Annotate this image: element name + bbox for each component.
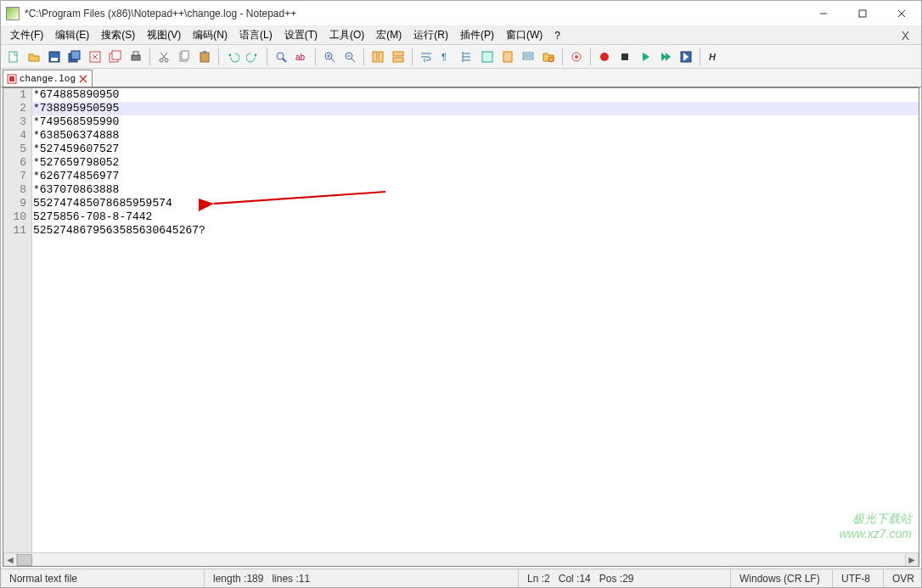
menu-l-5[interactable]: 语言(L) [233, 26, 278, 44]
toolbar-separator [363, 48, 364, 65]
menu-n-4[interactable]: 编码(N) [187, 26, 233, 44]
minimize-button[interactable] [804, 1, 843, 26]
toolbar-close-all-button[interactable] [106, 48, 125, 66]
svg-text:¶: ¶ [441, 52, 447, 62]
toolbar-separator [315, 48, 316, 65]
replace-icon: ab [295, 50, 308, 64]
lang-style-icon [481, 50, 494, 64]
svg-rect-43 [482, 52, 492, 62]
code-line[interactable]: *749568595990 [32, 115, 919, 129]
tab-change-log[interactable]: change.log [3, 70, 93, 87]
status-eol[interactable]: Windows (CR LF) [731, 569, 833, 587]
toolbar-stop-button[interactable] [616, 48, 634, 66]
toolbar-play-button[interactable] [636, 48, 655, 66]
status-mode[interactable]: OVR [884, 569, 921, 587]
toolbar-hex-button[interactable]: H [705, 48, 723, 66]
paste-icon [198, 50, 211, 64]
code-line[interactable]: *638506374888 [32, 129, 919, 143]
code-line[interactable]: *626774856977 [32, 170, 919, 183]
svg-line-33 [351, 59, 355, 62]
scroll-thumb[interactable] [17, 554, 32, 566]
svg-rect-37 [393, 58, 403, 62]
scroll-right-arrow[interactable]: ► [905, 553, 919, 566]
menu-m-8[interactable]: 宏(M) [370, 26, 408, 44]
play-icon [638, 50, 652, 64]
toolbar-save-macro-button[interactable] [677, 48, 695, 66]
toolbar-undo-button[interactable] [223, 48, 242, 66]
toolbar-func-list-button[interactable] [519, 48, 537, 66]
editor-scroll[interactable]: 1234567891011 *674885890950*738895950595… [3, 88, 919, 552]
toolbar-print-button[interactable] [126, 48, 145, 66]
svg-text:ab: ab [295, 53, 306, 62]
toolbar-paste-button[interactable] [195, 48, 214, 66]
toolbar-separator [412, 48, 413, 65]
toolbar-record-button[interactable] [595, 48, 614, 66]
indent-guide-icon [460, 50, 474, 64]
code-line[interactable]: *738895950595 [32, 102, 919, 115]
toolbar-zoom-in-button[interactable] [320, 48, 339, 66]
status-encoding[interactable]: UTF-8 [833, 569, 884, 587]
toolbar-separator [700, 48, 700, 65]
toolbar-redo-button[interactable] [244, 48, 262, 66]
toolbar-folder-tree-button[interactable] [539, 48, 558, 66]
toolbar-monitor-button[interactable] [567, 48, 586, 66]
menu-p-10[interactable]: 插件(P) [454, 26, 500, 44]
toolbar-play-multi-button[interactable] [656, 48, 675, 66]
menu-o-7[interactable]: 工具(O) [323, 26, 370, 44]
menu-s-2[interactable]: 搜索(S) [95, 26, 141, 44]
code-line[interactable]: *637070863888 [32, 183, 919, 197]
svg-rect-13 [112, 51, 121, 59]
tab-close-button[interactable] [78, 74, 88, 84]
horizontal-scrollbar[interactable]: ◄ ► [3, 552, 919, 566]
code-line[interactable]: *527459607527 [32, 143, 919, 156]
scroll-track[interactable] [17, 553, 905, 566]
menu-v-3[interactable]: 视图(V) [141, 26, 187, 44]
toolbar-sync-v-button[interactable] [368, 48, 387, 66]
menu--12[interactable]: ? [548, 28, 566, 43]
close-button[interactable] [882, 1, 921, 26]
toolbar-open-file-button[interactable] [25, 48, 43, 66]
maximize-button[interactable] [843, 1, 882, 26]
svg-line-30 [331, 59, 335, 62]
scroll-left-arrow[interactable]: ◄ [3, 553, 17, 566]
code-line[interactable]: *527659798052 [32, 156, 919, 170]
code-line[interactable]: 552747485078685959574 [32, 197, 919, 210]
stop-icon [618, 50, 632, 64]
menu-r-9[interactable]: 运行(R) [408, 26, 454, 44]
svg-rect-35 [379, 52, 383, 62]
minimize-icon [819, 9, 828, 18]
code-line[interactable]: *674885890950 [32, 88, 919, 102]
toolbar-close-file-button[interactable] [86, 48, 104, 66]
menu-e-1[interactable]: 编辑(E) [49, 26, 95, 44]
toolbar-wrap-button[interactable] [417, 48, 436, 66]
line-number: 2 [7, 102, 26, 115]
toolbar-indent-guide-button[interactable] [458, 48, 476, 66]
toolbar-sync-h-button[interactable] [389, 48, 408, 66]
line-number: 8 [7, 183, 26, 197]
toolbar-save-all-button[interactable] [65, 48, 84, 66]
cut-icon [157, 50, 171, 64]
code-line[interactable]: 5275856-708-8-7442 [32, 210, 919, 224]
menu-close-doc[interactable]: X [893, 29, 918, 42]
toolbar-find-button[interactable] [272, 48, 290, 66]
toolbar-doc-map-button[interactable] [498, 48, 517, 66]
toolbar-cut-button[interactable] [155, 48, 173, 66]
toolbar-new-file-button[interactable] [4, 48, 23, 66]
toolbar-lang-style-button[interactable] [478, 48, 497, 66]
window-controls [804, 1, 921, 26]
record-icon [598, 50, 611, 64]
svg-point-49 [575, 55, 578, 59]
menu-w-11[interactable]: 窗口(W) [500, 26, 548, 44]
menu-t-6[interactable]: 设置(T) [278, 26, 323, 44]
toolbar-save-file-button[interactable] [45, 48, 64, 66]
code-content[interactable]: *674885890950*738895950595*749568595990*… [32, 88, 919, 552]
line-number: 10 [7, 210, 26, 224]
code-line[interactable]: 5252748679563585630645267? [32, 224, 919, 238]
toolbar-replace-button[interactable]: ab [292, 48, 311, 66]
copy-icon [177, 50, 191, 64]
line-number: 6 [7, 156, 26, 170]
menu-f-0[interactable]: 文件(F) [4, 26, 49, 44]
toolbar-zoom-out-button[interactable] [340, 48, 359, 66]
toolbar-all-chars-button[interactable]: ¶ [437, 48, 456, 66]
toolbar-copy-button[interactable] [175, 48, 194, 66]
